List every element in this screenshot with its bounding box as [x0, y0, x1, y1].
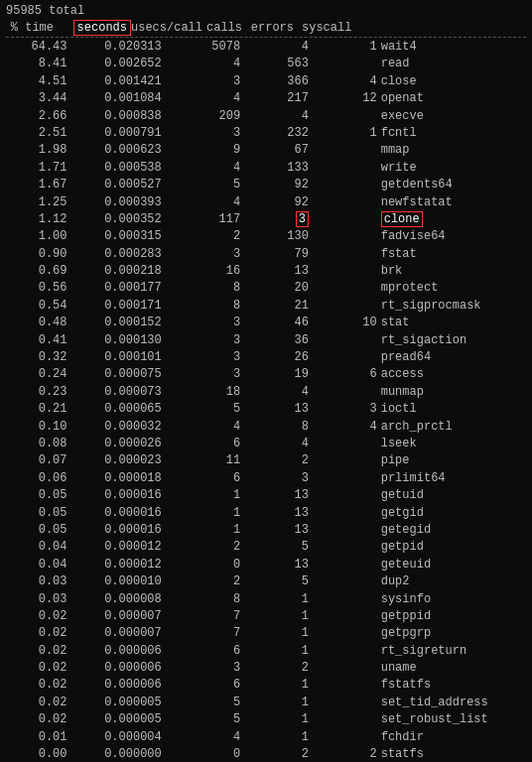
cell-syscall: write [379, 160, 526, 177]
cell-errors: 3 [311, 401, 379, 418]
cell-sec: 0.000012 [69, 539, 164, 556]
cell-errors [311, 711, 379, 728]
cell-syscall: pipe [379, 452, 526, 469]
cell-sec: 0.001421 [69, 73, 164, 90]
cell-sec: 0.000177 [69, 280, 164, 297]
cell-errors [311, 660, 379, 677]
cell-calls: 8 [242, 419, 311, 436]
col-sec-header: seconds [54, 21, 131, 35]
cell-errors [311, 677, 379, 694]
cell-errors [311, 177, 379, 193]
cell-usecs: 1 [164, 487, 242, 504]
cell-pct: 0.56 [6, 280, 69, 297]
cell-syscall: access [379, 366, 526, 383]
cell-usecs: 7 [164, 625, 242, 642]
cell-errors [311, 228, 379, 245]
cell-calls: 2 [242, 746, 311, 762]
cell-calls: 4 [242, 39, 311, 56]
cell-errors: 2 [311, 746, 379, 762]
cell-syscall: fcntl [379, 125, 526, 142]
cell-sec: 0.000073 [69, 384, 164, 401]
total-count: 95985 total [6, 4, 84, 18]
cell-calls: 36 [242, 332, 311, 349]
cell-pct: 0.02 [6, 677, 69, 694]
table-row: 0.540.000171821rt_sigprocmask [6, 298, 526, 315]
col-usecs-header: usecs/call [131, 21, 191, 35]
cell-pct: 0.69 [6, 263, 69, 280]
cell-calls: 5 [242, 573, 311, 590]
cell-usecs: 0 [164, 557, 242, 573]
cell-pct: 0.02 [6, 608, 69, 625]
cell-syscall: getpid [379, 539, 526, 556]
cell-errors: 10 [311, 315, 379, 331]
header-line: 95985 total [6, 4, 526, 18]
cell-syscall: newfstatat [379, 194, 526, 211]
cell-pct: 0.07 [6, 452, 69, 469]
table-row: 0.030.00001025dup2 [6, 573, 526, 590]
cell-syscall: dup2 [379, 573, 526, 590]
table-row: 0.900.000283379fstat [6, 246, 526, 263]
cell-usecs: 18 [164, 384, 242, 401]
cell-pct: 0.24 [6, 366, 69, 383]
table-row: 0.560.000177820mprotect [6, 280, 526, 297]
cell-syscall: fstat [379, 246, 526, 263]
cell-usecs: 2 [164, 573, 242, 590]
cell-usecs: 11 [164, 452, 242, 469]
table-row: 1.000.0003152130fadvise64 [6, 228, 526, 245]
cell-errors [311, 729, 379, 746]
cell-syscall: rt_sigaction [379, 332, 526, 349]
cell-sec: 0.000005 [69, 695, 164, 711]
cell-errors [311, 695, 379, 711]
col-errors-header: errors [242, 21, 294, 35]
cell-syscall: clone [379, 211, 526, 228]
cell-calls: 3 [242, 211, 311, 228]
table-row: 1.120.0003521173clone [6, 211, 526, 228]
cell-calls: 130 [242, 228, 311, 245]
table-row: 0.050.000016113getgid [6, 505, 526, 522]
cell-sec: 0.000005 [69, 711, 164, 728]
table-row: 0.020.00000551set_robust_list [6, 711, 526, 728]
cell-usecs: 9 [164, 142, 242, 159]
cell-errors: 6 [311, 366, 379, 383]
cell-syscall: prlimit64 [379, 470, 526, 487]
cell-calls: 133 [242, 160, 311, 177]
cell-syscall: wait4 [379, 39, 526, 56]
cell-usecs: 6 [164, 677, 242, 694]
cell-sec: 0.000010 [69, 573, 164, 590]
cell-syscall: fstatfs [379, 677, 526, 694]
cell-pct: 0.05 [6, 505, 69, 522]
table-row: 0.020.00000661rt_sigreturn [6, 643, 526, 660]
cell-pct: 1.12 [6, 211, 69, 228]
cell-usecs: 5 [164, 401, 242, 418]
cell-errors [311, 332, 379, 349]
cell-usecs: 0 [164, 746, 242, 762]
cell-pct: 0.00 [6, 746, 69, 762]
cell-errors [311, 142, 379, 159]
cell-usecs: 8 [164, 298, 242, 315]
cell-pct: 2.66 [6, 108, 69, 125]
cell-calls: 2 [242, 452, 311, 469]
cell-pct: 1.67 [6, 177, 69, 193]
cell-usecs: 6 [164, 436, 242, 452]
cell-sec: 0.000012 [69, 557, 164, 573]
cell-errors [311, 349, 379, 366]
table-row: 0.020.00000771getpgrp [6, 625, 526, 642]
cell-syscall: statfs [379, 746, 526, 762]
cell-syscall: getpgrp [379, 625, 526, 642]
cell-pct: 0.02 [6, 711, 69, 728]
cell-pct: 0.02 [6, 643, 69, 660]
cell-calls: 67 [242, 142, 311, 159]
cell-calls: 26 [242, 349, 311, 366]
cell-pct: 0.04 [6, 557, 69, 573]
cell-errors [311, 298, 379, 315]
cell-errors [311, 591, 379, 608]
cell-usecs: 3 [164, 349, 242, 366]
cell-calls: 2 [242, 660, 311, 677]
cell-errors [311, 539, 379, 556]
cell-sec: 0.001084 [69, 90, 164, 107]
cell-usecs: 3 [164, 366, 242, 383]
cell-pct: 1.00 [6, 228, 69, 245]
cell-sec: 0.000007 [69, 625, 164, 642]
cell-pct: 2.51 [6, 125, 69, 142]
cell-errors [311, 246, 379, 263]
